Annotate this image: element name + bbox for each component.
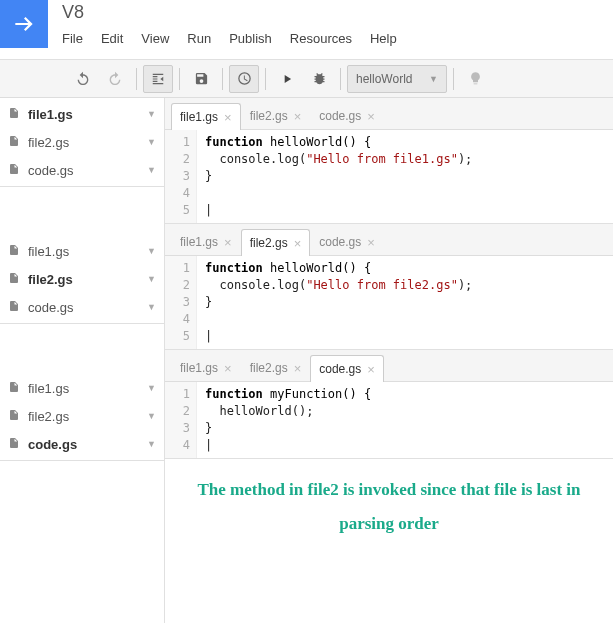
sidebar-file-item[interactable]: file1.gs▼ xyxy=(0,237,164,265)
tab-label: file2.gs xyxy=(250,361,288,375)
file-name-label: code.gs xyxy=(28,300,141,315)
function-select[interactable]: helloWorld ▼ xyxy=(347,65,447,93)
chevron-down-icon: ▼ xyxy=(429,74,438,84)
menu-view[interactable]: View xyxy=(141,31,169,46)
editor-tab[interactable]: file1.gs× xyxy=(171,103,241,130)
tabstrip: file1.gs×file2.gs×code.gs× xyxy=(165,224,613,256)
file-menu-chevron[interactable]: ▼ xyxy=(147,137,156,147)
line-gutter: 12345 xyxy=(165,130,197,223)
indent-button[interactable] xyxy=(143,65,173,93)
tab-label: code.gs xyxy=(319,235,361,249)
file-name-label: file1.gs xyxy=(28,244,141,259)
editor-block: file1.gs×file2.gs×code.gs×1234function m… xyxy=(165,350,613,459)
editor-tab[interactable]: code.gs× xyxy=(310,228,384,255)
main: file1.gs▼file2.gs▼code.gs▼file1.gs▼file2… xyxy=(0,98,613,623)
editor-tab[interactable]: file1.gs× xyxy=(171,354,241,381)
file-menu-chevron[interactable]: ▼ xyxy=(147,383,156,393)
file-icon xyxy=(8,437,22,452)
editor-tab[interactable]: file2.gs× xyxy=(241,229,311,256)
tabstrip: file1.gs×file2.gs×code.gs× xyxy=(165,98,613,130)
code-text[interactable]: function helloWorld() { console.log("Hel… xyxy=(197,130,613,223)
close-icon[interactable]: × xyxy=(294,236,302,251)
tab-label: file1.gs xyxy=(180,361,218,375)
file-menu-chevron[interactable]: ▼ xyxy=(147,302,156,312)
file-icon xyxy=(8,409,22,424)
file-menu-chevron[interactable]: ▼ xyxy=(147,274,156,284)
redo-button[interactable] xyxy=(100,65,130,93)
close-icon[interactable]: × xyxy=(224,361,232,376)
file-name-label: code.gs xyxy=(28,437,141,452)
editor-tab[interactable]: file1.gs× xyxy=(171,228,241,255)
function-select-label: helloWorld xyxy=(356,72,412,86)
file-name-label: file1.gs xyxy=(28,107,141,122)
sidebar-file-item[interactable]: code.gs▼ xyxy=(0,293,164,321)
file-name-label: code.gs xyxy=(28,163,141,178)
editor-block: file1.gs×file2.gs×code.gs×12345function … xyxy=(165,98,613,224)
annotation-text: The method in file2 is invoked since tha… xyxy=(165,459,613,555)
file-icon xyxy=(8,107,22,122)
close-icon[interactable]: × xyxy=(224,110,232,125)
sidebar-file-item[interactable]: code.gs▼ xyxy=(0,156,164,184)
header: V8 FileEditViewRunPublishResourcesHelp xyxy=(0,0,613,60)
file-icon xyxy=(8,163,22,178)
code-area[interactable]: 12345function helloWorld() { console.log… xyxy=(165,130,613,223)
file-icon xyxy=(8,272,22,287)
sidebar-file-item[interactable]: code.gs▼ xyxy=(0,430,164,458)
close-icon[interactable]: × xyxy=(294,109,302,124)
file-name-label: file2.gs xyxy=(28,135,141,150)
menu-file[interactable]: File xyxy=(62,31,83,46)
undo-button[interactable] xyxy=(68,65,98,93)
menu-help[interactable]: Help xyxy=(370,31,397,46)
editor-tab[interactable]: file2.gs× xyxy=(241,354,311,381)
code-text[interactable]: function myFunction() { helloWorld(); } … xyxy=(197,382,613,458)
sidebar-file-item[interactable]: file2.gs▼ xyxy=(0,402,164,430)
editors-column: file1.gs×file2.gs×code.gs×12345function … xyxy=(165,98,613,623)
tab-label: code.gs xyxy=(319,109,361,123)
debug-button[interactable] xyxy=(304,65,334,93)
close-icon[interactable]: × xyxy=(367,109,375,124)
sidebar-file-item[interactable]: file2.gs▼ xyxy=(0,128,164,156)
menu-edit[interactable]: Edit xyxy=(101,31,123,46)
tab-label: file1.gs xyxy=(180,235,218,249)
sidebar: file1.gs▼file2.gs▼code.gs▼file1.gs▼file2… xyxy=(0,98,165,623)
line-gutter: 12345 xyxy=(165,256,197,349)
file-icon xyxy=(8,244,22,259)
close-icon[interactable]: × xyxy=(367,362,375,377)
close-icon[interactable]: × xyxy=(294,361,302,376)
file-menu-chevron[interactable]: ▼ xyxy=(147,165,156,175)
file-name-label: file2.gs xyxy=(28,409,141,424)
triggers-button[interactable] xyxy=(229,65,259,93)
menubar: FileEditViewRunPublishResourcesHelp xyxy=(62,31,613,46)
project-title[interactable]: V8 xyxy=(62,2,613,23)
code-area[interactable]: 1234function myFunction() { helloWorld()… xyxy=(165,382,613,458)
menu-publish[interactable]: Publish xyxy=(229,31,272,46)
editor-tab[interactable]: file2.gs× xyxy=(241,102,311,129)
code-text[interactable]: function helloWorld() { console.log("Hel… xyxy=(197,256,613,349)
file-name-label: file1.gs xyxy=(28,381,141,396)
editor-tab[interactable]: code.gs× xyxy=(310,102,384,129)
menu-resources[interactable]: Resources xyxy=(290,31,352,46)
menu-run[interactable]: Run xyxy=(187,31,211,46)
file-menu-chevron[interactable]: ▼ xyxy=(147,246,156,256)
sidebar-file-item[interactable]: file1.gs▼ xyxy=(0,374,164,402)
tabstrip: file1.gs×file2.gs×code.gs× xyxy=(165,350,613,382)
file-menu-chevron[interactable]: ▼ xyxy=(147,411,156,421)
toolbar: helloWorld ▼ xyxy=(0,60,613,98)
code-area[interactable]: 12345function helloWorld() { console.log… xyxy=(165,256,613,349)
save-button[interactable] xyxy=(186,65,216,93)
lightbulb-button[interactable] xyxy=(460,65,490,93)
close-icon[interactable]: × xyxy=(367,235,375,250)
close-icon[interactable]: × xyxy=(224,235,232,250)
editor-block: file1.gs×file2.gs×code.gs×12345function … xyxy=(165,224,613,350)
line-gutter: 1234 xyxy=(165,382,197,458)
file-menu-chevron[interactable]: ▼ xyxy=(147,109,156,119)
sidebar-file-item[interactable]: file2.gs▼ xyxy=(0,265,164,293)
tab-label: file2.gs xyxy=(250,109,288,123)
file-name-label: file2.gs xyxy=(28,272,141,287)
file-menu-chevron[interactable]: ▼ xyxy=(147,439,156,449)
sidebar-file-item[interactable]: file1.gs▼ xyxy=(0,100,164,128)
run-button[interactable] xyxy=(272,65,302,93)
tab-label: file2.gs xyxy=(250,236,288,250)
editor-tab[interactable]: code.gs× xyxy=(310,355,384,382)
app-logo xyxy=(0,0,48,48)
